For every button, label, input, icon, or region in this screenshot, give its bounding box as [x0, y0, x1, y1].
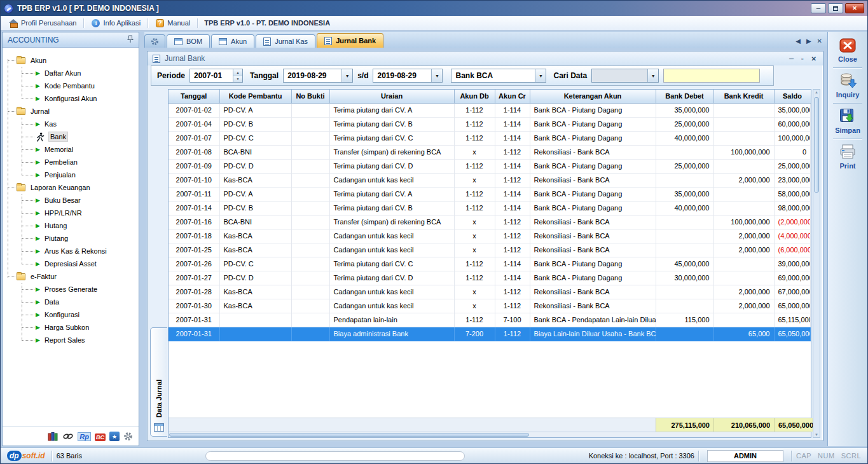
column-header-bank-debet[interactable]: Bank Debet [656, 90, 713, 103]
tab-scroll-left-icon[interactable]: ◀ [796, 38, 801, 44]
vertical-scrollbar-thumb[interactable] [814, 97, 819, 193]
rupiah-icon[interactable]: Rp [78, 433, 91, 440]
column-header-keterangan-akun[interactable]: Keterangan Akun [530, 90, 656, 103]
panel-minimize-icon[interactable]: ─ [789, 55, 794, 62]
tab-gear[interactable] [144, 34, 165, 48]
tree-folder-akun[interactable]: Akun [3, 54, 139, 67]
cell-uraian: Terima piutang dari CV. C [329, 257, 454, 271]
tab-close-icon[interactable]: ✕ [817, 38, 822, 44]
close-window-button[interactable]: ✕ [845, 3, 864, 13]
table-row[interactable]: 2007-01-31Pendapatan lain-lain1-1127-100… [169, 313, 811, 327]
chevron-down-icon[interactable]: ▼ [431, 69, 442, 82]
menu-item-manual[interactable]: ?Manual [151, 18, 195, 29]
table-row[interactable]: 2007-01-10Kas-BCACadangan untuk kas keci… [169, 173, 811, 187]
minimize-button[interactable]: ─ [811, 3, 826, 13]
tree-folder-e-faktur[interactable]: e-Faktur [3, 270, 139, 283]
tanggal-to-dropdown[interactable]: 2019-08-29 ▼ [373, 69, 443, 83]
bc-icon[interactable]: BC [95, 433, 106, 440]
books-icon[interactable] [48, 432, 59, 441]
scroll-up-icon[interactable]: ▲ [815, 90, 818, 94]
cell-akun-db: 7-200 [454, 327, 495, 341]
column-header-akun-cr[interactable]: Akun Cr [495, 90, 530, 103]
sidebar-item-penjualan[interactable]: ▶Penjualan [36, 168, 139, 181]
column-header-tanggal[interactable]: Tanggal [169, 90, 219, 103]
sidebar-item-konfigurasi[interactable]: ▶Konfigurasi [36, 308, 139, 321]
gear-icon[interactable] [123, 432, 133, 441]
horizontal-scrollbar[interactable] [169, 432, 811, 437]
tanggal-from-dropdown[interactable]: 2019-08-29 ▼ [283, 69, 353, 83]
sidebar-item-daftar-akun[interactable]: ▶Daftar Akun [36, 67, 139, 79]
spinner-up-icon[interactable]: ▲ [233, 69, 242, 76]
cari-field-dropdown[interactable]: ▼ [591, 69, 659, 83]
tab-jurnal-bank[interactable]: Jurnal Bank [317, 33, 383, 48]
table-row[interactable]: 2007-01-30Kas-BCACadangan untuk kas keci… [169, 299, 811, 313]
tab-bom[interactable]: BOM [167, 34, 210, 48]
table-row[interactable]: 2007-01-26PD-CV. CTerima piutang dari CV… [169, 257, 811, 271]
maximize-button[interactable] [828, 3, 843, 13]
sidebar-item-buku-besar[interactable]: ▶Buku Besar [36, 194, 139, 207]
tab-scroll-right-icon[interactable]: ▶ [806, 38, 811, 44]
table-row[interactable]: 2007-01-25Kas-BCACadangan untuk kas keci… [169, 243, 811, 257]
table-row[interactable]: 2007-01-16BCA-BNITransfer (simpan) di re… [169, 215, 811, 229]
tree-folder-jurnal[interactable]: Jurnal [3, 105, 139, 118]
sidebar-item-bank[interactable]: Bank [36, 130, 139, 143]
sidebar-item-pembelian[interactable]: ▶Pembelian [36, 156, 139, 168]
chevron-down-icon[interactable]: ▼ [535, 69, 546, 82]
tab-akun[interactable]: Akun [211, 34, 254, 48]
panel-restore-icon[interactable]: ▫ [801, 55, 804, 62]
print-button[interactable]: Print [829, 140, 866, 174]
column-header-saldo[interactable]: Saldo [774, 90, 811, 103]
column-header-bank-kredit[interactable]: Bank Kredit [713, 90, 774, 103]
chevron-down-icon[interactable]: ▼ [647, 69, 658, 82]
data-jurnal-tab[interactable]: Data Jurnal [150, 327, 167, 437]
chevron-down-icon[interactable]: ▼ [341, 69, 352, 82]
scroll-down-icon[interactable]: ▼ [815, 433, 818, 437]
table-row[interactable]: 2007-01-28Kas-BCACadangan untuk kas keci… [169, 285, 811, 299]
sidebar-item-report-sales[interactable]: ▶Report Sales [36, 334, 139, 346]
table-row[interactable]: 2007-01-08BCA-BNITransfer (simpan) di re… [169, 145, 811, 159]
cari-text-input[interactable] [663, 69, 760, 83]
column-header-kode-pembantu[interactable]: Kode Pembantu [219, 90, 291, 103]
table-row[interactable]: 2007-01-14PD-CV. BTerima piutang dari CV… [169, 201, 811, 215]
spinner-down-icon[interactable]: ▼ [233, 76, 242, 83]
sidebar-item-arus-kas-rekonsi[interactable]: ▶Arus Kas & Rekonsi [36, 245, 139, 257]
close-button[interactable]: Close [829, 34, 866, 67]
tree-folder-laporan-keuangan[interactable]: Laporan Keuangan [3, 181, 139, 194]
table-row[interactable]: 2007-01-07PD-CV. CTerima piutang dari CV… [169, 131, 811, 145]
menu-item-profil-perusahaan[interactable]: Profil Perusahaan [4, 18, 81, 28]
panel-close-icon[interactable]: ✕ [811, 55, 816, 62]
pin-icon[interactable] [127, 35, 134, 45]
horizontal-scrollbar-thumb[interactable] [169, 433, 529, 437]
tab-jurnal-kas[interactable]: Jurnal Kas [256, 34, 315, 48]
link-icon[interactable] [62, 432, 74, 440]
simpan-button[interactable]: Simpan [829, 104, 866, 139]
table-row[interactable]: 2007-01-27PD-CV. DTerima piutang dari CV… [169, 271, 811, 285]
table-row[interactable]: 2007-01-31Biaya administrasi Bank7-2001-… [169, 327, 811, 341]
periode-spinner[interactable]: 2007-01 ▲ ▼ [189, 69, 243, 83]
column-header-akun-db[interactable]: Akun Db [454, 90, 495, 103]
sidebar-item-proses-generate[interactable]: ▶Proses Generate [36, 283, 139, 296]
sidebar-item-kode-pembantu[interactable]: ▶Kode Pembantu [36, 79, 139, 92]
menu-item-info-aplikasi[interactable]: iInfo Aplikasi [87, 18, 145, 29]
table-row[interactable]: 2007-01-11PD-CV. ATerima piutang dari CV… [169, 187, 811, 201]
table-row[interactable]: 2007-01-02PD-CV. ATerima piutang dari CV… [169, 103, 811, 117]
inquiry-button[interactable]: Inquiry [829, 69, 866, 103]
sidebar-item-harga-subkon[interactable]: ▶Harga Subkon [36, 321, 139, 334]
column-header-no-bukti[interactable]: No Bukti [291, 90, 329, 103]
bank-dropdown[interactable]: Bank BCA ▼ [451, 69, 546, 83]
sidebar-item-kas[interactable]: ▶Kas [36, 118, 139, 130]
table-row[interactable]: 2007-01-04PD-CV. BTerima piutang dari CV… [169, 117, 811, 131]
table-row[interactable]: 2007-01-09PD-CV. DTerima piutang dari CV… [169, 159, 811, 173]
sidebar-item-depresiasi-asset[interactable]: ▶Depresiasi Asset [36, 257, 139, 270]
table-row[interactable]: 2007-01-18Kas-BCACadangan untuk kas keci… [169, 229, 811, 243]
sidebar-item-data[interactable]: ▶Data [36, 296, 139, 308]
sidebar-item-konfigurasi-akun[interactable]: ▶Konfigurasi Akun [36, 92, 139, 105]
sidebar-item-hpp-lr-nr[interactable]: ▶HPP/LR/NR [36, 207, 139, 219]
vertical-scrollbar[interactable]: ▲ ▼ [813, 89, 820, 438]
customs-icon[interactable]: ★ [109, 432, 120, 441]
sidebar-item-piutang[interactable]: ▶Piutang [36, 232, 139, 245]
sidebar-item-memorial[interactable]: ▶Memorial [36, 143, 139, 156]
column-header-uraian[interactable]: Uraian [329, 90, 454, 103]
cell-kode: PD-CV. C [219, 131, 291, 145]
sidebar-item-hutang[interactable]: ▶Hutang [36, 219, 139, 232]
